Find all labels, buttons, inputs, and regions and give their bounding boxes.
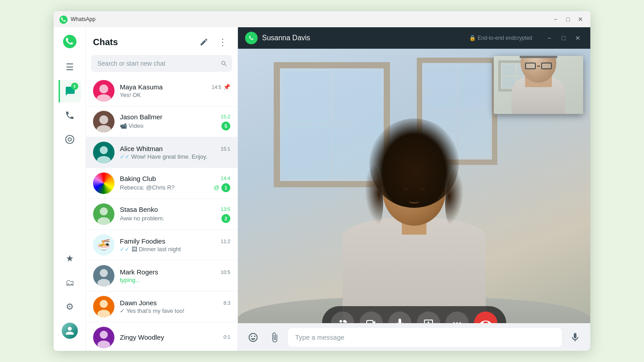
chat-name-family: Family Foodies (120, 237, 165, 245)
chat-name-mark: Mark Rogers (120, 268, 158, 276)
chat-item-jason[interactable]: Jason Ballmer 15:2 📹 Video 5 (86, 106, 237, 137)
svg-point-11 (100, 146, 108, 154)
chat-info-stasa: Stasa Benko 13:5 Aww no problem. 2 (120, 206, 230, 223)
chat-info-maya: Maya Kasuma 14:5 📌 Yes! OK (120, 83, 230, 98)
emoji-button[interactable] (245, 329, 261, 345)
chat-time-dawn: 8:3 (224, 300, 230, 306)
nav-whatsapp-logo (63, 34, 77, 51)
chat-avatar-zingy (93, 327, 114, 348)
chat-preview-alice: ✓✓ Wow! Have great time. Enjoy. (120, 153, 208, 160)
chat-time-mark: 10:5 (221, 269, 230, 275)
self-video-inner (494, 56, 583, 114)
chat-main: Susanna Davis 🔒 End-to-end endcrypted − … (238, 27, 590, 351)
message-input[interactable] (288, 328, 562, 347)
call-minimize-button[interactable]: − (544, 33, 555, 43)
call-contact-name: Susanna Davis (262, 34, 465, 42)
svg-point-14 (100, 207, 108, 215)
attach-button[interactable] (267, 329, 283, 345)
chat-preview-dawn: ✓ Yes that's my fave too! (120, 307, 184, 314)
chat-list: Maya Kasuma 14:5 📌 Yes! OK (86, 76, 237, 351)
svg-point-3 (68, 138, 71, 141)
close-button[interactable]: ✕ (576, 15, 585, 24)
nav-settings-icon[interactable]: ⚙ (59, 295, 81, 318)
title-bar: WhatsApp − □ ✕ (54, 11, 590, 27)
chat-time-stasa: 13:5 (221, 206, 230, 212)
chat-time-jason: 15:2 (221, 114, 230, 119)
app-window: WhatsApp − □ ✕ ☰ (54, 11, 590, 351)
whatsapp-logo-icon (59, 15, 67, 23)
chat-name-baking: Baking Club (120, 175, 156, 182)
chat-name-stasa: Stasa Benko (120, 206, 158, 213)
app-body: ☰ 3 (54, 27, 590, 351)
video-call-window: Susanna Davis 🔒 End-to-end endcrypted − … (238, 27, 590, 351)
chat-name-alice: Alice Whitman (120, 145, 163, 152)
nav-archived-icon[interactable]: 🗂 (59, 271, 81, 294)
chat-avatar-stasa (93, 203, 114, 225)
icon-nav: ☰ 3 (54, 27, 86, 351)
svg-point-20 (100, 300, 108, 308)
chat-list-header: Chats ⋮ (86, 27, 237, 53)
unread-badge-stasa: 2 (221, 214, 230, 223)
nav-profile-avatar[interactable] (59, 320, 81, 342)
message-bar (238, 323, 590, 351)
svg-point-5 (99, 84, 108, 93)
call-maximize-button[interactable]: □ (558, 33, 569, 43)
chat-avatar-family: 🍜 (93, 234, 114, 256)
chat-avatar-jason (93, 111, 114, 132)
app-title: WhatsApp (71, 16, 551, 22)
maximize-button[interactable]: □ (564, 15, 572, 24)
chat-info-dawn: Dawn Jones 8:3 ✓ Yes that's my fave too! (120, 299, 230, 314)
menu-icon[interactable]: ☰ (59, 56, 81, 78)
nav-starred-icon[interactable]: ★ (59, 247, 81, 269)
chat-item-mark[interactable]: Mark Rogers 10:5 typing... (86, 261, 237, 291)
chat-avatar-baking (93, 173, 114, 194)
chat-name-zingy: Zingy Woodley (120, 333, 164, 341)
chat-time-maya: 14:5 (212, 84, 221, 90)
chat-list-panel: Chats ⋮ (86, 27, 238, 351)
new-chat-button[interactable] (196, 34, 212, 50)
search-input[interactable] (91, 55, 232, 72)
chat-time-alice: 15:1 (221, 146, 230, 152)
search-container (86, 53, 237, 76)
unread-badge-baking: 1 (221, 183, 230, 192)
chat-item-family[interactable]: 🍜 Family Foodies 11:2 ✓✓ 🖼 Dinner last n… (86, 230, 237, 261)
chat-preview-mark: typing... (120, 277, 140, 283)
chat-item-alice[interactable]: Alice Whitman 15:1 ✓✓ Wow! Have great ti… (86, 137, 237, 168)
chats-badge: 3 (71, 83, 78, 90)
nav-status-icon[interactable] (59, 128, 81, 151)
chat-avatar-alice (93, 142, 114, 163)
mic-button[interactable] (567, 329, 583, 345)
chat-preview-jason: 📹 Video (120, 122, 144, 129)
minimize-button[interactable]: − (551, 15, 560, 24)
pin-icon: 📌 (223, 84, 230, 90)
nav-chats-icon[interactable]: 3 (59, 80, 81, 102)
chat-preview-maya: Yes! OK (120, 92, 141, 98)
chat-avatar-maya (93, 80, 114, 101)
call-title-bar: Susanna Davis 🔒 End-to-end endcrypted − … (238, 27, 590, 49)
svg-point-17 (100, 269, 108, 277)
nav-calls-icon[interactable] (59, 104, 81, 126)
chat-item-stasa[interactable]: Stasa Benko 13:5 Aww no problem. 2 (86, 199, 237, 230)
chat-item-baking[interactable]: Baking Club 14:4 Rebecca: @Chris R? @ 1 (86, 168, 237, 199)
svg-point-2 (65, 135, 73, 143)
chat-preview-baking: Rebecca: @Chris R? (120, 184, 174, 191)
chat-item-zingy[interactable]: Zingy Woodley 0:1 (86, 322, 237, 351)
svg-point-1 (63, 35, 76, 48)
chat-item-dawn[interactable]: Dawn Jones 8:3 ✓ Yes that's my fave too! (86, 291, 237, 322)
self-video-pip (494, 56, 583, 114)
svg-point-23 (100, 331, 108, 339)
chat-item-maya[interactable]: Maya Kasuma 14:5 📌 Yes! OK (86, 76, 237, 106)
chat-name-jason: Jason Ballmer (120, 113, 162, 121)
chat-info-family: Family Foodies 11:2 ✓✓ 🖼 Dinner last nig… (120, 237, 230, 253)
chat-name-maya: Maya Kasuma (120, 83, 163, 91)
menu-button[interactable]: ⋮ (215, 34, 230, 50)
chat-info-jason: Jason Ballmer 15:2 📹 Video 5 (120, 113, 230, 130)
video-area (238, 49, 590, 351)
chat-name-dawn: Dawn Jones (120, 299, 157, 307)
search-icon (220, 60, 228, 69)
call-close-button[interactable]: ✕ (572, 33, 583, 43)
svg-point-8 (99, 115, 108, 124)
chat-time-zingy: 0:1 (224, 334, 230, 340)
chat-info-mark: Mark Rogers 10:5 typing... (120, 268, 230, 283)
chat-time-baking: 14:4 (221, 176, 230, 181)
